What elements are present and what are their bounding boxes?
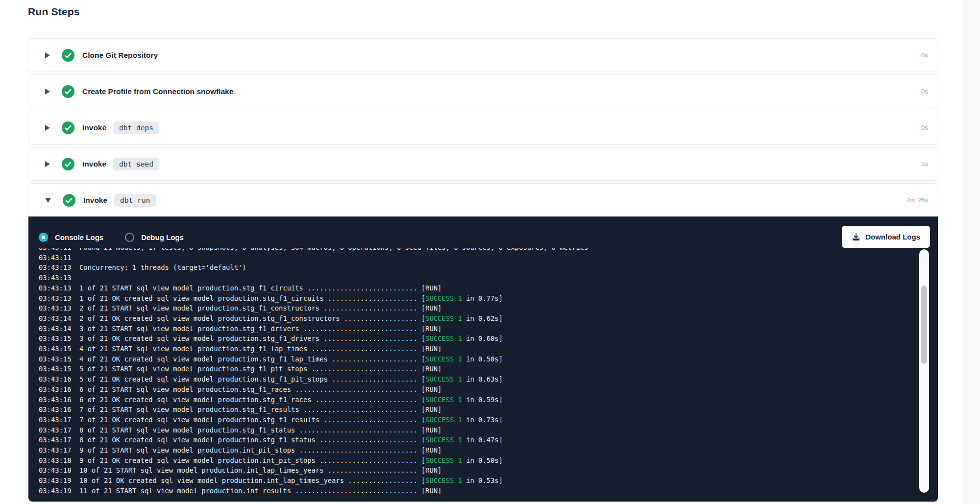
log-line: 03:43:15 3 of 21 OK created sql view mod… [39,334,915,344]
run-step-label: Clone Git Repository [82,51,158,60]
log-line: 03:43:13 1 of 21 OK created sql view mod… [39,293,915,304]
log-line: 03:43:17 9 of 21 START sql view model pr… [39,445,915,456]
log-line: 03:43:18 9 of 21 OK created sql view mod… [39,456,915,466]
log-scrollbar-thumb[interactable] [921,286,927,364]
run-step-header-clone-git[interactable]: Clone Git Repository 0s [28,39,938,72]
run-step-label: Create Profile from Connection snowflake [82,87,233,96]
log-line: 03:43:17 7 of 21 OK created sql view mod… [39,415,915,425]
log-type-selector: Console Logs Debug Logs [39,233,198,242]
log-line: 03:43:17 8 of 21 OK created sql view mod… [39,435,915,445]
debug-logs-label[interactable]: Debug Logs [141,233,184,241]
log-line: 03:43:19 11 of 21 START sql view model p… [39,486,915,496]
log-line: 03:43:13 1 of 21 START sql view model pr… [39,283,915,293]
chevron-right-icon[interactable] [45,52,50,58]
log-line: 03:43:16 7 of 21 START sql view model pr… [39,405,915,415]
run-step-card-expanded: Invoke dbt run 2m 26s Console Logs Debug… [28,183,938,502]
run-step-header-dbt-seed[interactable]: Invoke dbt seed 1s [28,147,938,180]
run-step-label: Invoke [82,160,106,168]
page-title: Run Steps [28,6,80,18]
log-scrollbar[interactable] [919,249,929,493]
chevron-right-icon[interactable] [45,125,50,131]
run-step-card: Clone Git Repository 0s [28,38,938,72]
log-line: 03:43:15 4 of 21 START sql view model pr… [39,344,915,354]
log-line: 03:43:16 5 of 21 OK created sql view mod… [39,374,915,384]
chevron-down-icon[interactable] [45,198,51,203]
console-logs-label[interactable]: Console Logs [55,233,103,241]
run-step-card: Create Profile from Connection snowflake… [28,74,938,108]
log-line: 03:43:15 5 of 21 START sql view model pr… [39,364,915,374]
log-line: 03:43:17 8 of 21 START sql view model pr… [39,425,915,435]
run-step-duration: 1s [921,160,928,168]
run-steps-list: Clone Git Repository 0s Create Profile f… [28,38,938,504]
log-panel: Console Logs Debug Logs Download Logs 03… [28,216,938,502]
log-line: 03:43:11 Found 21 models, 17 tests, 0 sn… [39,248,915,253]
log-line: 03:43:15 4 of 21 OK created sql view mod… [39,354,915,364]
download-icon [852,233,860,241]
run-steps-page: Run Steps Clone Git Repository 0s [0,0,980,504]
run-step-header-dbt-deps[interactable]: Invoke dbt deps 0s [28,111,938,144]
chevron-right-icon[interactable] [45,89,50,95]
success-check-icon [62,121,74,134]
console-logs-radio[interactable] [39,233,48,242]
run-step-header-create-profile[interactable]: Create Profile from Connection snowflake… [28,75,938,108]
log-line: 03:43:13 2 of 21 START sql view model pr… [39,303,915,313]
success-check-icon [62,158,74,170]
log-line: 03:43:14 2 of 21 OK created sql view mod… [39,313,915,324]
run-step-command-badge: dbt run [114,194,156,207]
run-step-duration: 0s [921,51,928,59]
run-step-label: Invoke [83,196,107,205]
success-check-icon [62,49,74,62]
run-step-card: Invoke dbt deps 0s [28,111,938,144]
log-line: 03:43:16 6 of 21 OK created sql view mod… [39,395,915,405]
run-step-command-badge: dbt seed [113,158,159,170]
log-line: 03:43:18 10 of 21 START sql view model p… [39,465,915,476]
log-line: 03:43:11 [39,253,915,263]
console-log-output[interactable]: 03:43:11 Found 21 models, 17 tests, 0 sn… [39,248,915,500]
run-step-header-dbt-run[interactable]: Invoke dbt run 2m 26s [28,184,938,216]
log-line: 03:43:19 10 of 21 OK created sql view mo… [39,476,915,486]
run-step-duration: 0s [921,88,928,95]
run-step-duration: 0s [921,124,928,131]
log-line: 03:43:13 Concurrency: 1 threads (target=… [39,263,915,273]
log-line: 03:43:13 [39,273,915,283]
chevron-right-icon[interactable] [45,161,50,167]
log-line: 03:43:16 6 of 21 START sql view model pr… [39,384,915,395]
run-step-duration: 2m 26s [906,196,928,204]
run-step-command-badge: dbt deps [113,121,159,134]
page-gutter [963,0,980,504]
success-check-icon [62,85,74,98]
run-step-card: Invoke dbt seed 1s [28,147,938,181]
download-logs-button[interactable]: Download Logs [842,226,930,248]
debug-logs-radio[interactable] [125,233,134,242]
success-check-icon [63,194,75,207]
log-line: 03:43:14 3 of 21 START sql view model pr… [39,324,915,334]
run-step-label: Invoke [82,123,106,132]
log-content: 03:43:11 Found 21 models, 17 tests, 0 sn… [39,248,915,496]
download-logs-label: Download Logs [865,233,920,241]
